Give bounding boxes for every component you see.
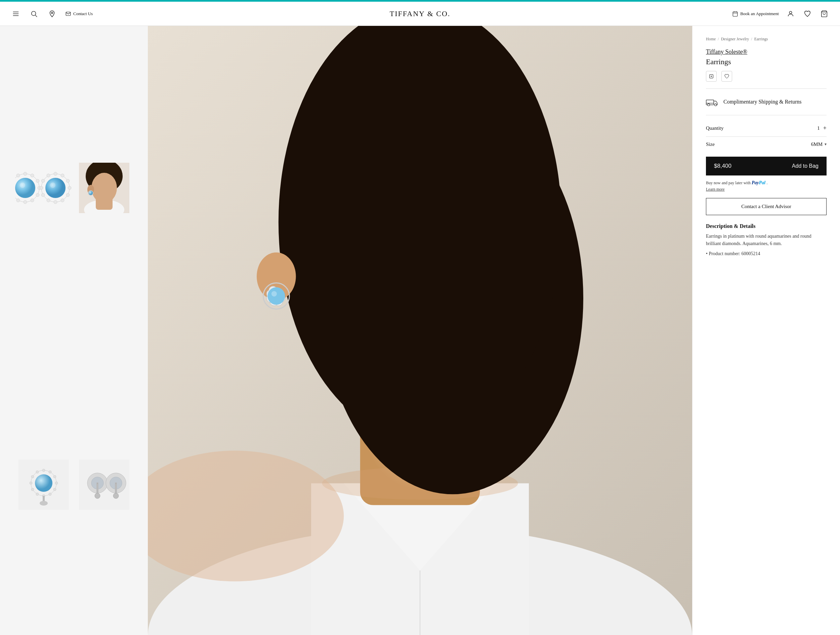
svg-point-15 <box>36 179 39 182</box>
thumbnail-side[interactable] <box>13 446 74 523</box>
logo-container: TIFFANY & CO. <box>390 10 451 18</box>
svg-point-38 <box>41 179 45 182</box>
location-icon <box>48 10 56 17</box>
contact-us-label: Contact Us <box>73 11 93 16</box>
size-row: Size 6MM ▾ <box>706 136 827 152</box>
earring-back-img: T T <box>79 459 129 510</box>
wishlist-product-icon[interactable] <box>722 71 732 82</box>
breadcrumb-sep-1: / <box>718 36 719 42</box>
svg-point-19 <box>24 200 27 204</box>
quantity-control: 1 + <box>817 125 827 132</box>
contact-advisor-label: Contact a Client Advisor <box>741 204 791 209</box>
svg-rect-6 <box>733 12 737 16</box>
svg-point-61 <box>30 482 32 485</box>
breadcrumb-home[interactable]: Home <box>706 36 716 42</box>
add-to-bag-button[interactable]: $8,400 Add to Bag <box>706 157 827 176</box>
product-number-label: • Product number: <box>706 251 740 256</box>
svg-point-98 <box>272 291 277 296</box>
svg-point-34 <box>54 200 57 204</box>
description-title: Description & Details <box>706 223 827 229</box>
svg-point-14 <box>31 174 34 177</box>
contact-advisor-button[interactable]: Contact a Client Advisor <box>706 198 827 215</box>
svg-point-20 <box>16 199 20 202</box>
product-price: $8,400 <box>714 163 731 169</box>
product-type: Earrings <box>706 57 827 66</box>
svg-point-41 <box>50 182 55 188</box>
thumbnail-model[interactable] <box>74 149 134 226</box>
size-selector[interactable]: 6MM ▾ <box>811 141 827 147</box>
site-logo[interactable]: TIFFANY & CO. <box>390 10 451 18</box>
description-text: Earrings in platinum with round aquamari… <box>706 233 827 248</box>
location-button[interactable] <box>47 9 57 19</box>
paypal-learn-more-link[interactable]: Learn more <box>706 187 827 192</box>
breadcrumb-category[interactable]: Designer Jewelry <box>721 36 749 42</box>
svg-point-33 <box>61 199 64 202</box>
share-icon[interactable] <box>706 71 717 82</box>
svg-point-52 <box>42 469 45 472</box>
svg-point-59 <box>36 493 39 496</box>
product-number: • Product number: 60005214 <box>706 251 827 257</box>
breadcrumb-current: Earrings <box>754 36 768 42</box>
quantity-row: Quantity 1 + <box>706 120 827 136</box>
earring-front-pair-img <box>15 165 72 211</box>
bag-icon <box>821 10 828 17</box>
add-to-bag-label: Add to Bag <box>792 163 818 169</box>
quantity-label: Quantity <box>706 125 724 131</box>
svg-rect-101 <box>706 100 714 105</box>
svg-point-103 <box>715 104 717 106</box>
svg-point-26 <box>20 182 25 188</box>
svg-point-25 <box>15 178 35 198</box>
svg-point-97 <box>267 287 285 305</box>
svg-line-4 <box>35 15 37 17</box>
svg-point-57 <box>49 493 51 496</box>
search-icon <box>30 10 38 17</box>
thumbnail-front-pair[interactable] <box>13 149 74 226</box>
quantity-plus-button[interactable]: + <box>823 125 827 132</box>
size-chevron-icon: ▾ <box>824 142 827 147</box>
svg-point-40 <box>45 178 66 198</box>
svg-point-39 <box>47 174 50 177</box>
svg-point-64 <box>35 474 52 492</box>
divider-1 <box>706 89 827 89</box>
svg-point-28 <box>54 172 57 176</box>
cart-button[interactable] <box>819 9 829 19</box>
header-left: Contact Us <box>11 9 93 19</box>
svg-point-30 <box>66 179 69 182</box>
earring-side-img <box>19 459 69 510</box>
svg-point-56 <box>54 488 56 491</box>
svg-point-60 <box>31 488 34 491</box>
search-button[interactable] <box>29 9 39 19</box>
size-label: Size <box>706 141 715 147</box>
product-actions <box>706 71 827 82</box>
svg-point-10 <box>789 11 792 13</box>
book-appointment-label: Book an Appointment <box>740 11 779 16</box>
svg-point-17 <box>36 193 39 196</box>
product-name[interactable]: Tiffany Soleste® <box>706 48 827 55</box>
paypal-brand: PayPal <box>752 180 766 185</box>
shipping-text: Complimentary Shipping & Returns <box>723 99 801 105</box>
contact-icon <box>65 11 71 17</box>
svg-point-13 <box>24 172 27 176</box>
book-appointment-link[interactable]: Book an Appointment <box>732 11 779 17</box>
wishlist-button[interactable] <box>802 9 812 19</box>
breadcrumb-sep-2: / <box>751 36 752 42</box>
heart-icon <box>804 10 811 17</box>
svg-point-3 <box>32 11 36 16</box>
menu-button[interactable] <box>11 9 21 19</box>
account-button[interactable] <box>786 9 796 19</box>
svg-point-66 <box>39 501 48 505</box>
svg-point-29 <box>61 174 64 177</box>
svg-point-37 <box>39 186 43 190</box>
contact-us-link[interactable]: Contact Us <box>65 11 93 17</box>
calendar-icon <box>732 11 738 17</box>
svg-point-53 <box>49 470 51 473</box>
svg-point-71 <box>95 493 100 499</box>
shipping-truck-icon <box>706 97 719 107</box>
person-icon <box>787 10 794 17</box>
svg-point-36 <box>41 193 45 196</box>
svg-point-31 <box>68 186 71 190</box>
paypal-text: Buy now and pay later with <box>706 181 751 185</box>
paypal-row: Buy now and pay later with PayPal . <box>706 180 827 185</box>
thumbnail-back[interactable]: T T <box>74 446 134 523</box>
main-content: T T <box>0 26 840 635</box>
